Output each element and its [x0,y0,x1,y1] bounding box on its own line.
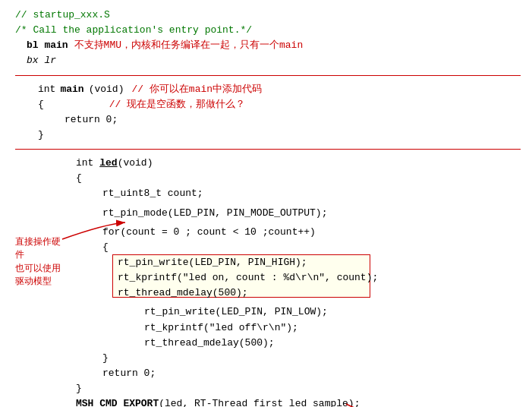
rt-thread-delay2-line: rt_thread_mdelay(500); [144,336,521,351]
main-comment1: // 你可以在main中添加代码 [131,82,262,97]
main-comment2: // 现在是空函数，那做什么？ [109,97,245,112]
rt-thread-delay1-line: rt_thread_mdelay(500); [118,286,521,301]
for-brace-open: { [76,240,521,255]
divider-1 [15,75,521,76]
rt-uint8-line: rt_uint8_t count; [76,186,521,201]
rt-kprintf-on-line: rt_kprintf("led on, count : %d\r\n", cou… [118,270,521,286]
main-return: return 0; [15,112,521,128]
comment-entry: /* Call the application's entry point.*/ [15,23,521,38]
led-brace-open: { [76,171,521,186]
msh-export-keyword: MSH_CMD_EXPORT [76,398,159,407]
for-brace-close: } [76,351,521,366]
rt-pin-mode-line: rt_pin_mode(LED_PIN, PIN_MODE_OUTPUT); [76,206,521,221]
led-return: return 0; [76,366,521,381]
bl-main-comment: 不支持MMU，内核和任务编译在一起，只有一个main [74,38,304,53]
led-int: int [76,157,99,169]
for-line: for(count = 0 ; count < 10 ;count++) [76,225,521,240]
main-params: (void) [89,82,124,97]
led-brace-close: } [76,381,521,396]
bx-lr-line: bx lr [15,53,521,68]
led-name: led [99,157,117,169]
rt-pin-write-low-line: rt_pin_write(LED_PIN, PIN_LOW); [144,304,521,320]
bl-main-code: bl main [27,38,68,53]
divider-2 [15,149,521,150]
main-int: int [38,82,55,97]
annotation-left: 直接操作硬件 也可以使用驱动模型 [15,235,61,288]
main-keyword: main [60,82,83,97]
main-signature-line: int main (void) // 你可以在main中添加代码 [15,82,521,97]
comment-startup: // startup_xxx.S [15,8,521,23]
led-signature-line: int led(void) [76,156,521,171]
bl-main-line: bl main 不支持MMU，内核和任务编译在一起，只有一个main [15,38,521,53]
msh-export-args: (led, RT-Thread first led sample); [159,398,360,407]
rt-pin-write-high-line: rt_pin_write(LED_PIN, PIN_HIGH); [118,255,521,270]
rt-kprintf-off-line: rt_kprintf("led off\r\n"); [144,320,521,336]
main-brace-open: { // 现在是空函数，那做什么？ [15,97,521,112]
main-brace-close: } [15,128,521,143]
led-params: (void) [118,157,153,169]
msh-export-line: MSH_CMD_EXPORT(led, RT-Thread first led … [76,396,521,407]
